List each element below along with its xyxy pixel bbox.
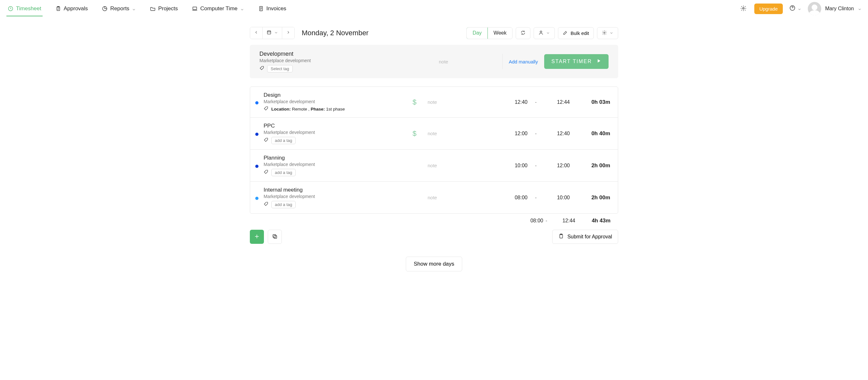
submit-approval-button[interactable]: Submit for Approval: [552, 230, 618, 244]
tag-icon: [264, 202, 269, 208]
dollar-icon[interactable]: $: [412, 129, 416, 138]
nav-invoices-label: Invoices: [267, 5, 286, 12]
time-entry-row[interactable]: PPCMarketplace developmentadd a tag$note…: [250, 118, 618, 150]
help-menu[interactable]: [789, 5, 801, 12]
time-entry-row[interactable]: Internal meetingMarketplace developmenta…: [250, 182, 618, 213]
nav-projects[interactable]: Projects: [149, 1, 179, 16]
bulk-edit-label: Bulk edit: [570, 30, 589, 36]
entry-duration[interactable]: 2h 00m: [575, 163, 610, 169]
start-timer-label: START TIMER: [551, 59, 592, 64]
dollar-icon[interactable]: $: [412, 98, 416, 106]
prev-day-button[interactable]: [250, 27, 262, 39]
show-more-button[interactable]: Show more days: [406, 257, 463, 271]
nav-links: Timesheet Approvals Reports Projects: [6, 1, 288, 16]
billable-col: $: [406, 129, 423, 138]
user-icon: [538, 30, 544, 36]
entry-start[interactable]: 10:00: [502, 163, 528, 169]
submit-approval-label: Submit for Approval: [567, 234, 612, 240]
entry-duration[interactable]: 0h 40m: [575, 130, 610, 137]
invoice-icon: [258, 6, 264, 11]
gear-icon: [740, 5, 747, 12]
entry-tags-text: Location: Remote , Phase: 1st phase: [271, 107, 345, 112]
divider: [502, 54, 502, 69]
folder-icon: [150, 6, 156, 11]
entry-tags: add a tag: [264, 169, 401, 176]
gear-icon: [602, 30, 607, 36]
add-entry-button[interactable]: [250, 230, 264, 244]
entry-note[interactable]: note: [428, 99, 497, 105]
bulk-edit-button[interactable]: Bulk edit: [558, 27, 594, 39]
clipboard-icon: [558, 233, 564, 240]
total-end: 12:44: [550, 218, 575, 224]
user-filter-button[interactable]: [534, 27, 555, 39]
add-tag-chip[interactable]: add a tag: [271, 169, 296, 176]
project-color-dot: [255, 165, 258, 168]
view-week[interactable]: Week: [488, 28, 513, 39]
entry-duration[interactable]: 0h 03m: [575, 99, 610, 106]
entry-main: Internal meetingMarketplace developmenta…: [264, 187, 401, 208]
chevron-down-icon: [858, 7, 862, 10]
upgrade-button[interactable]: Upgrade: [754, 3, 783, 14]
play-icon: [596, 58, 601, 65]
nav-reports[interactable]: Reports: [100, 1, 137, 16]
nav-approvals[interactable]: Approvals: [54, 1, 89, 16]
chevron-down-icon: [546, 30, 550, 36]
svg-point-9: [604, 32, 605, 33]
refresh-button[interactable]: [516, 27, 530, 39]
chevron-down-icon: [798, 7, 801, 10]
entry-main: PPCMarketplace developmentadd a tag: [264, 123, 401, 144]
entry-tags: Location: Remote , Phase: 1st phase: [264, 106, 401, 112]
new-entry-task-area[interactable]: Development Marketplace development Sele…: [259, 51, 432, 72]
entry-note[interactable]: note: [428, 163, 497, 168]
pie-chart-icon: [102, 6, 107, 11]
nav-invoices[interactable]: Invoices: [257, 1, 288, 16]
entry-note[interactable]: note: [428, 131, 497, 136]
svg-rect-3: [193, 7, 197, 10]
nav-timesheet[interactable]: Timesheet: [6, 1, 42, 16]
select-tag-chip[interactable]: Select tag: [267, 65, 293, 72]
plus-icon: [254, 233, 260, 241]
avatar: [808, 2, 821, 16]
nav-approvals-label: Approvals: [64, 5, 88, 12]
chevron-down-icon: [610, 30, 613, 36]
more-menu-button[interactable]: [597, 27, 618, 39]
nav-right: Upgrade Mary Clinton: [739, 2, 862, 16]
entry-duration[interactable]: 2h 00m: [575, 195, 610, 201]
svg-point-5: [742, 7, 744, 9]
time-dash: -: [533, 163, 539, 169]
copy-day-button[interactable]: [268, 230, 282, 244]
user-menu[interactable]: Mary Clinton: [808, 2, 862, 16]
entry-end[interactable]: 12:44: [544, 99, 570, 105]
entry-end[interactable]: 10:00: [544, 195, 570, 201]
entry-task: PPC: [264, 123, 401, 129]
entry-end[interactable]: 12:40: [544, 131, 570, 137]
time-entry-row[interactable]: PlanningMarketplace developmentadd a tag…: [250, 150, 618, 182]
nav-computer-time[interactable]: Computer Time: [191, 1, 245, 16]
next-day-button[interactable]: [282, 27, 294, 39]
entry-start[interactable]: 12:40: [502, 99, 528, 105]
svg-rect-10: [274, 235, 277, 238]
svg-rect-7: [268, 31, 271, 34]
add-tag-chip[interactable]: add a tag: [271, 137, 296, 144]
show-more-row: Show more days: [250, 257, 618, 271]
entry-start[interactable]: 12:00: [502, 131, 528, 137]
entry-note[interactable]: note: [428, 195, 497, 200]
settings-button[interactable]: [739, 4, 748, 14]
time-entry-row[interactable]: DesignMarketplace developmentLocation: R…: [250, 87, 618, 118]
entry-end[interactable]: 12:00: [544, 163, 570, 169]
entry-tags: add a tag: [264, 201, 401, 208]
new-entry-note[interactable]: note: [439, 59, 496, 64]
start-timer-button[interactable]: START TIMER: [544, 54, 609, 69]
refresh-icon: [521, 30, 526, 36]
new-entry-task: Development: [259, 51, 432, 57]
total-start: 08:00: [518, 218, 543, 224]
entry-start[interactable]: 08:00: [502, 195, 528, 201]
tag-icon: [259, 66, 265, 72]
chevron-left-icon: [254, 30, 258, 36]
chevron-down-icon: [132, 7, 136, 10]
add-tag-chip[interactable]: add a tag: [271, 201, 296, 208]
add-manually-link[interactable]: Add manually: [509, 59, 538, 64]
tag-icon: [264, 138, 269, 144]
date-picker-button[interactable]: [262, 27, 282, 39]
view-day[interactable]: Day: [466, 27, 488, 39]
